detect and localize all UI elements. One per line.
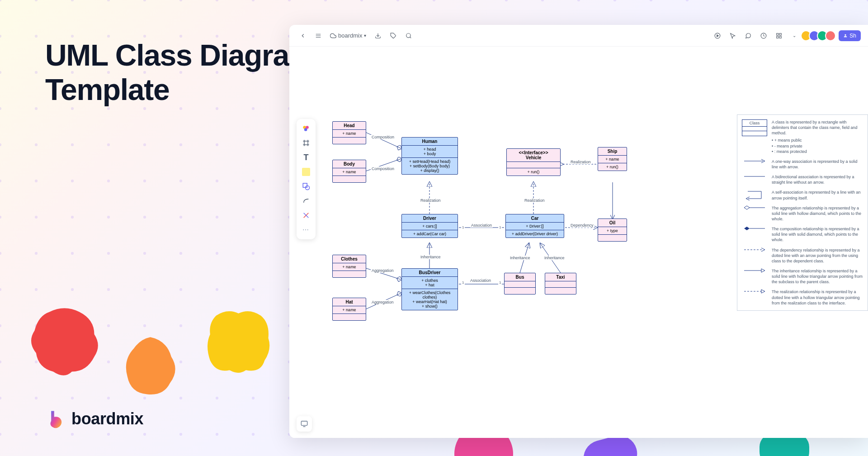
legend-text: The composition relationship is represen… [772, 226, 863, 242]
export-button[interactable] [372, 29, 384, 42]
multiplicity-label: 1 [498, 280, 502, 285]
legend-bullet: • - means private [772, 143, 863, 149]
canvas[interactable]: T ⋯ [289, 47, 868, 438]
legend-bullet: • : means protected [772, 149, 863, 154]
class-vehicle[interactable]: <<Interface>> Vehicle+ run() [506, 148, 561, 176]
logo-tool[interactable] [299, 122, 313, 135]
class-ship[interactable]: Ship+ name+ run() [598, 147, 627, 171]
svg-point-15 [304, 128, 307, 131]
back-button[interactable] [297, 29, 309, 42]
svg-rect-10 [779, 33, 781, 35]
svg-rect-12 [777, 36, 778, 38]
class-bus[interactable]: Bus [504, 273, 536, 294]
relation-label: Composition [371, 135, 395, 139]
relation-label: Aggregation [371, 300, 395, 304]
chevron-down-icon: ▾ [364, 33, 366, 38]
brand-logo-area: boardmix [45, 409, 143, 429]
legend-panel: Class A class is represented by a rectan… [737, 114, 868, 311]
class-clothes[interactable]: Clothes+ name [332, 255, 366, 278]
relation-label: Composition [371, 166, 395, 171]
relation-label: Dependency [570, 223, 594, 228]
legend-text: A class is represented by a rectangle wi… [772, 119, 863, 136]
text-tool[interactable]: T [299, 151, 313, 164]
decorative-blob-yellow [199, 304, 278, 379]
file-title[interactable]: boardmix ▾ [327, 32, 369, 39]
legend-text: The inheritance relationship is represen… [772, 268, 863, 285]
class-hat[interactable]: Hat+ name [332, 298, 366, 321]
tool-palette: T ⋯ [297, 119, 316, 239]
class-driver[interactable]: Driver+ cars:[]+ addCar(Car car) [401, 214, 458, 238]
relation-label: Inheritance [509, 256, 531, 260]
relation-label: Realization [524, 198, 546, 203]
legend-text: A bidirectional association is represent… [772, 174, 863, 185]
relation-label: Association [470, 223, 493, 228]
legend-text: The dependency relationship is represent… [772, 247, 863, 264]
search-button[interactable] [402, 29, 415, 42]
play-button[interactable] [711, 29, 724, 42]
brand-logo-icon [45, 409, 65, 429]
cloud-icon [330, 33, 336, 39]
connector-tool[interactable] [299, 194, 313, 208]
class-oil[interactable]: Oil+ type [598, 218, 627, 242]
decorative-blob-red [27, 304, 102, 379]
svg-rect-22 [301, 421, 307, 425]
history-button[interactable] [757, 29, 770, 42]
present-button[interactable] [297, 416, 312, 432]
hero-title: UML Class Diagram Template [45, 38, 315, 107]
relation-label: Inheritance [543, 256, 566, 260]
cursor-button[interactable] [726, 29, 739, 42]
multiplicity-label: 1 [461, 225, 465, 229]
relation-label: Realization [570, 160, 592, 164]
relation-label: Realization [420, 198, 442, 203]
class-taxi[interactable]: Taxi [545, 273, 576, 294]
multiplicity-label: 1 [461, 280, 465, 285]
collaborator-avatars[interactable] [803, 30, 836, 41]
legend-text: A self-association is represented by a l… [772, 190, 863, 200]
sticky-note-tool[interactable] [299, 165, 313, 179]
decorative-blob-orange [118, 332, 183, 402]
comment-button[interactable] [742, 29, 755, 42]
topbar: boardmix ▾ ⌄ Sh [289, 25, 868, 47]
app-window: boardmix ▾ ⌄ Sh [289, 25, 868, 438]
person-icon [843, 33, 848, 38]
menu-button[interactable] [312, 29, 325, 42]
class-human[interactable]: Human+ head + body+ setHead(Head head) +… [401, 137, 458, 175]
svg-rect-9 [777, 33, 778, 35]
class-head[interactable]: Head+ name [332, 121, 366, 144]
relation-label: Aggregation [371, 268, 395, 273]
more-tools[interactable]: ⋯ [299, 223, 313, 237]
apps-button[interactable] [773, 29, 785, 42]
svg-point-4 [406, 33, 410, 37]
legend-bullet: • + means public [772, 138, 863, 143]
legend-text: The realization relationship is represen… [772, 289, 863, 305]
avatar[interactable] [825, 30, 836, 41]
svg-marker-7 [717, 34, 719, 37]
brand-name: boardmix [71, 409, 143, 428]
svg-rect-20 [303, 183, 307, 187]
legend-text: A one-way association is represented by … [772, 159, 863, 170]
relation-label: Inheritance [420, 255, 442, 259]
svg-line-5 [410, 37, 411, 38]
relation-label: Association [469, 278, 492, 283]
class-busdriver[interactable]: BusDriver+ clothes + hat+ wearClothes(Cl… [401, 268, 458, 310]
pen-tool[interactable] [299, 209, 313, 222]
share-button[interactable]: Sh [839, 30, 861, 41]
multiplicity-label: 1 [498, 225, 502, 229]
tag-button[interactable] [387, 29, 400, 42]
svg-rect-11 [779, 36, 781, 38]
class-body[interactable]: Body+ name [332, 160, 366, 183]
frame-tool[interactable] [299, 136, 313, 150]
legend-class-symbol: Class [742, 119, 767, 136]
more-button[interactable]: ⌄ [788, 29, 801, 42]
shape-tool[interactable] [299, 180, 313, 193]
legend-text: The aggregation relationship is represen… [772, 205, 863, 222]
class-car[interactable]: Car+ Driver:[]+ addDriver(Driver driver) [505, 214, 564, 238]
